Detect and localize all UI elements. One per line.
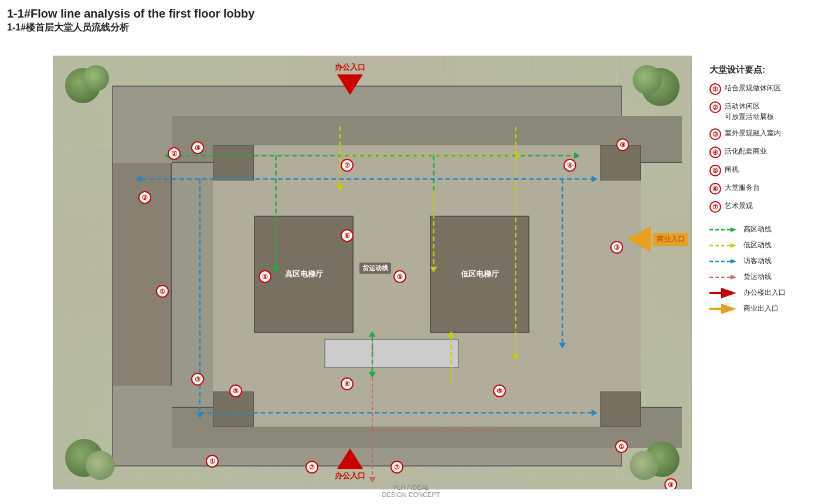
panel-title: 大堂设计要点: — [709, 64, 817, 76]
panel-item-7: ⑦ 艺术景观 — [709, 200, 817, 213]
legend-arrow-orange — [709, 305, 739, 312]
service-desk — [324, 339, 459, 368]
legend-high-zone: 高区动线 — [709, 224, 817, 234]
legend-label-freight: 货运动线 — [743, 272, 772, 282]
elevator-low-label: 低区电梯厅 — [461, 269, 499, 280]
num-3-right: ③ — [610, 241, 623, 254]
legend-label-office: 办公楼出入口 — [743, 288, 786, 298]
num-3-left: ③ — [191, 373, 204, 386]
yellow-dotted-arrow — [709, 242, 739, 249]
footer-line1: YLH / IDEAL — [382, 484, 440, 491]
legend-line-pink — [709, 274, 739, 281]
legend-freight: 货运动线 — [709, 272, 817, 282]
bottom-entrance-label: 办公入口 — [335, 471, 365, 481]
svg-marker-40 — [721, 288, 736, 298]
num-5-d: ⑤ — [493, 384, 506, 397]
floor-plan-area: 高区电梯厅 低区电梯厅 货运动线 — [53, 56, 692, 489]
footer-line2: DESIGN CONCEPT — [382, 491, 440, 498]
panel-text-4: 活化配套商业 — [725, 146, 767, 156]
top-entrance-label: 办公入口 — [335, 62, 365, 73]
num-7-top: ⑦ — [341, 159, 354, 172]
num-7-bot-r: ⑦ — [390, 461, 403, 474]
svg-marker-36 — [731, 259, 736, 264]
panel-item-4: ④ 活化配套商业 — [709, 146, 817, 158]
tree-bot-1 — [86, 451, 115, 480]
num-5-a: ⑤ — [259, 270, 271, 283]
panel-num-5: ⑤ — [709, 165, 721, 176]
legend-arrow-red — [709, 290, 739, 297]
title-english: 1-1#Flow line analysis of the first floo… — [7, 6, 254, 21]
entrance-arrow-top: 办公入口 — [335, 62, 365, 95]
blue-dotted-arrow — [709, 258, 739, 265]
num-3-corner: ③ — [616, 138, 629, 151]
legend-label-high: 高区动线 — [743, 224, 772, 234]
panel-num-2: ② — [709, 101, 721, 113]
panel-item-2: ② 活动休闲区 可放置活动展板 — [709, 101, 817, 122]
legend-label-commercial: 商业出入口 — [743, 304, 779, 314]
num-2-topleft: ② — [168, 147, 181, 160]
footer: YLH / IDEAL DESIGN CONCEPT — [382, 484, 440, 498]
tree-top-2 — [633, 65, 662, 94]
panel-item-5: ⑤ 闸机 — [709, 164, 817, 176]
panel-text-6: 大堂服务台 — [725, 182, 760, 193]
legend-line-green — [709, 226, 739, 233]
freight-label: 货运动线 — [359, 263, 391, 274]
legend-line-blue — [709, 258, 739, 265]
legend-line-yellow — [709, 242, 739, 249]
pink-dotted-arrow — [709, 274, 739, 281]
svg-marker-34 — [731, 243, 736, 248]
building-main: 高区电梯厅 低区电梯厅 货运动线 — [112, 86, 622, 466]
num-5-c: ⑤ — [229, 384, 242, 397]
panel-num-3: ③ — [709, 128, 721, 140]
panel-text-5: 闸机 — [725, 164, 739, 175]
page-container: 1-1#Flow line analysis of the first floo… — [0, 0, 822, 504]
panel-item-1: ① 结合景观做休闲区 — [709, 83, 817, 95]
right-panel: 大堂设计要点: ① 结合景观做休闲区 ② 活动休闲区 可放置活动展板 ③ 室外景… — [705, 59, 822, 492]
num-1-right: ① — [615, 440, 628, 453]
svg-marker-38 — [731, 275, 736, 280]
legend-visitor: 访客动线 — [709, 256, 817, 266]
legend-low-zone: 低区动线 — [709, 240, 817, 250]
svg-rect-41 — [709, 308, 721, 310]
num-3-botright: ③ — [664, 478, 677, 489]
num-4-top: ④ — [563, 159, 576, 172]
legend-label-low: 低区动线 — [743, 240, 772, 250]
svg-rect-39 — [709, 292, 721, 294]
bottom-entrance-arrow — [337, 448, 363, 469]
panel-item-6: ⑥ 大堂服务台 — [709, 182, 817, 195]
num-1-botleft: ① — [206, 455, 219, 468]
panel-item-3: ③ 室外景观融入室内 — [709, 128, 817, 140]
svg-marker-42 — [721, 304, 736, 314]
panel-text-3: 室外景观融入室内 — [725, 128, 781, 138]
num-5-b: ⑤ — [393, 270, 406, 283]
num-3-top: ③ — [191, 141, 204, 154]
orange-arrow-svg — [709, 302, 739, 315]
entrance-arrow-bottom: 办公入口 — [335, 448, 365, 483]
header: 1-1#Flow line analysis of the first floo… — [7, 6, 254, 34]
elevator-low-hall: 低区电梯厅 — [430, 216, 529, 333]
num-1-left: ① — [156, 285, 169, 298]
legend-commercial-entrance: 商业出入口 — [709, 304, 817, 314]
num-6-bot: ⑥ — [341, 377, 354, 390]
legend-office-entrance: 办公楼出入口 — [709, 288, 817, 298]
room-tl — [213, 145, 254, 181]
panel-num-7: ⑦ — [709, 201, 721, 213]
commercial-arrow-icon — [627, 226, 651, 252]
panel-num-4: ④ — [709, 147, 721, 158]
tree-bot-2 — [630, 451, 659, 480]
svg-marker-32 — [731, 227, 736, 232]
tree-top-1 — [83, 65, 109, 91]
commercial-entrance-label: 商业入口 — [653, 233, 688, 246]
legend-section: 高区动线 低区动线 — [709, 224, 817, 314]
panel-text-1: 结合景观做休闲区 — [725, 83, 781, 93]
num-2-left: ② — [138, 191, 151, 204]
room-br — [600, 391, 641, 427]
commercial-entrance: 商业入口 — [627, 226, 688, 252]
legend-label-visitor: 访客动线 — [743, 256, 772, 266]
num-6-top: ⑥ — [341, 229, 354, 242]
red-arrow-svg — [709, 287, 739, 299]
panel-num-6: ⑥ — [709, 183, 721, 195]
num-7-bot-l: ⑦ — [305, 461, 318, 474]
title-chinese: 1-1#楼首层大堂人员流线分析 — [7, 21, 254, 34]
panel-text-7: 艺术景观 — [725, 200, 753, 211]
